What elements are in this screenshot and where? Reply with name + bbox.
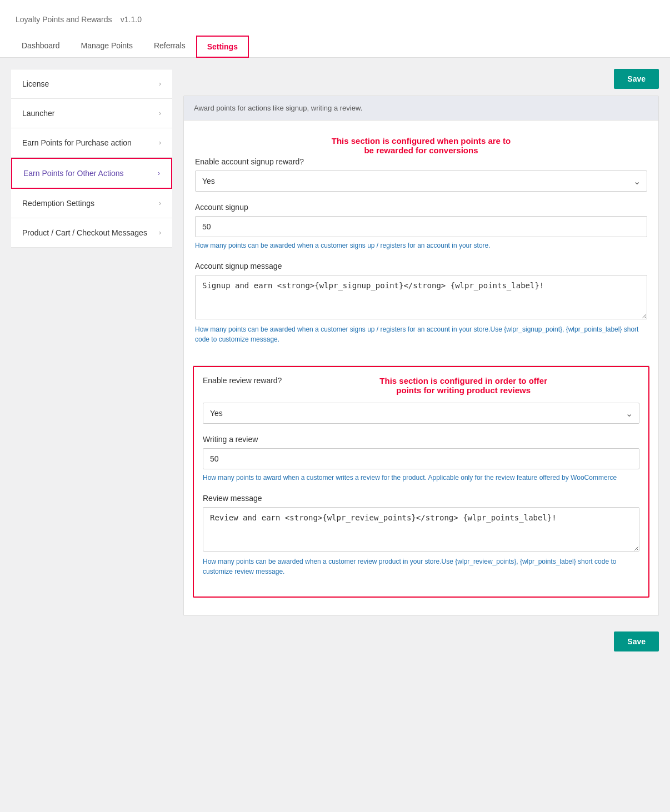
- chevron-right-icon: ›: [159, 80, 161, 88]
- writing-review-label: Writing a review: [203, 435, 639, 444]
- review-message-hint: How many points can be awarded when a cu…: [203, 557, 639, 577]
- nav-tabs: Dashboard Manage Points Referrals Settin…: [11, 35, 659, 57]
- writing-review-group: Writing a review How many points to awar…: [203, 435, 639, 483]
- enable-signup-reward-label: Enable account signup reward?: [195, 157, 647, 166]
- signup-message-label: Account signup message: [195, 262, 647, 270]
- enable-signup-reward-select-wrapper: Yes No ⌄: [195, 171, 647, 192]
- sidebar-item-license[interactable]: License ›: [11, 69, 172, 99]
- signup-message-textarea[interactable]: Signup and earn <strong>{wlpr_signup_poi…: [195, 275, 647, 319]
- enable-review-reward-group: Yes No ⌄: [203, 403, 639, 424]
- sidebar-item-redemption[interactable]: Redemption Settings ›: [11, 189, 172, 218]
- account-signup-hint: How many points can be awarded when a cu…: [195, 240, 647, 250]
- tab-settings[interactable]: Settings: [196, 36, 249, 58]
- signup-annotation: This section is configured when points a…: [195, 131, 647, 157]
- app-title: Loyalty Points and Rewards v1.1.0: [11, 9, 659, 26]
- sidebar-item-earn-purchase[interactable]: Earn Points for Purchase action ›: [11, 128, 172, 158]
- review-annotation: This section is configured in order to o…: [287, 376, 639, 395]
- chevron-right-icon: ›: [158, 169, 160, 177]
- chevron-right-icon: ›: [159, 139, 161, 147]
- enable-review-reward-select[interactable]: Yes No: [203, 403, 639, 424]
- writing-review-hint: How many points to award when a customer…: [203, 473, 639, 483]
- sidebar-item-product-cart[interactable]: Product / Cart / Checkout Messages ›: [11, 218, 172, 248]
- enable-signup-reward-select[interactable]: Yes No: [195, 171, 647, 192]
- content-panel: Award points for actions like signup, wr…: [183, 96, 659, 616]
- app-header: Loyalty Points and Rewards v1.1.0 Dashbo…: [0, 0, 670, 58]
- chevron-right-icon: ›: [159, 109, 161, 117]
- account-signup-input[interactable]: [195, 216, 647, 237]
- panel-bottom-spacer: [184, 607, 658, 615]
- enable-review-reward-label: Enable review reward?: [203, 376, 282, 385]
- app-version: v1.1.0: [121, 15, 142, 24]
- page-body: License › Launcher › Earn Points for Pur…: [0, 58, 670, 669]
- sidebar: License › Launcher › Earn Points for Pur…: [11, 69, 172, 658]
- signup-section: This section is configured when points a…: [184, 121, 658, 365]
- sidebar-item-earn-other[interactable]: Earn Points for Other Actions ›: [11, 158, 172, 189]
- account-signup-group: Account signup How many points can be aw…: [195, 203, 647, 250]
- account-signup-label: Account signup: [195, 203, 647, 212]
- enable-signup-reward-group: Enable account signup reward? Yes No ⌄: [195, 157, 647, 192]
- top-save-bar: Save: [183, 69, 659, 89]
- panel-info-bar: Award points for actions like signup, wr…: [184, 96, 658, 121]
- enable-review-reward-select-wrapper: Yes No ⌄: [203, 403, 639, 424]
- signup-message-hint: How many points can be awarded when a cu…: [195, 324, 647, 344]
- review-section: Enable review reward? This section is co…: [193, 366, 649, 598]
- signup-message-group: Account signup message Signup and earn <…: [195, 262, 647, 344]
- chevron-right-icon: ›: [159, 199, 161, 207]
- review-message-textarea[interactable]: Review and earn <strong>{wlpr_review_poi…: [203, 507, 639, 552]
- writing-review-input[interactable]: [203, 448, 639, 469]
- sidebar-item-launcher[interactable]: Launcher ›: [11, 99, 172, 128]
- main-content: Save Award points for actions like signu…: [183, 69, 659, 658]
- tab-manage-points[interactable]: Manage Points: [71, 35, 143, 57]
- bottom-save-bar: Save: [183, 625, 659, 658]
- review-message-label: Review message: [203, 494, 639, 503]
- save-button-bottom[interactable]: Save: [614, 631, 659, 651]
- chevron-right-icon: ›: [159, 229, 161, 237]
- tab-dashboard[interactable]: Dashboard: [11, 35, 71, 57]
- tab-referrals[interactable]: Referrals: [143, 35, 196, 57]
- save-button-top[interactable]: Save: [614, 69, 659, 89]
- review-message-group: Review message Review and earn <strong>{…: [203, 494, 639, 577]
